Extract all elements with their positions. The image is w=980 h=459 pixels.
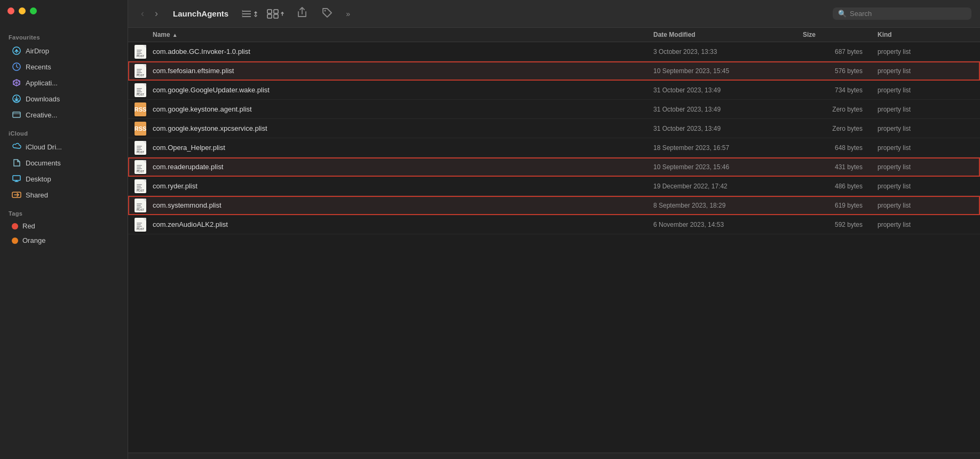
main-content: ‹ › LaunchAgents xyxy=(128,0,980,459)
file-date: 18 September 2023, 16:57 xyxy=(649,144,799,152)
favourites-section-header: Favourites xyxy=(0,27,128,43)
file-icon: PLIST xyxy=(128,179,153,193)
rss-icon: RSS xyxy=(135,102,146,116)
column-headers: Name ▲ Date Modified Size Kind xyxy=(128,28,980,42)
svg-rect-7 xyxy=(13,176,20,180)
file-icon: PLIST xyxy=(128,160,153,174)
icloud-drive-icon xyxy=(12,142,21,152)
table-row[interactable]: PLIST com.readerupdate.plist10 September… xyxy=(128,157,980,177)
svg-rect-15 xyxy=(267,10,272,13)
file-date: 31 October 2023, 13:49 xyxy=(649,86,799,94)
sidebar-item-shared-label: Shared xyxy=(26,191,48,199)
col-header-date[interactable]: Date Modified xyxy=(649,31,799,38)
plist-icon: PLIST xyxy=(135,160,146,174)
file-name: com.readerupdate.plist xyxy=(153,163,649,171)
file-date: 10 September 2023, 15:45 xyxy=(649,67,799,75)
file-icon: PLIST xyxy=(128,64,153,78)
file-name: com.fsefosian.eftsime.plist xyxy=(153,67,649,75)
col-header-size[interactable]: Size xyxy=(799,31,873,38)
minimize-button[interactable] xyxy=(19,7,26,14)
creative-icon xyxy=(12,110,21,120)
file-name: com.google.keystone.agent.plist xyxy=(153,105,649,113)
more-button[interactable]: » xyxy=(342,6,354,21)
sidebar-item-creative-label: Creative... xyxy=(26,111,57,119)
window-controls xyxy=(7,7,37,14)
col-header-kind[interactable]: Kind xyxy=(873,31,980,38)
table-row[interactable]: PLIST com.google.GoogleUpdater.wake.plis… xyxy=(128,81,980,100)
search-bar[interactable]: 🔍 xyxy=(833,7,971,20)
file-kind: property list xyxy=(873,67,980,75)
sidebar-item-downloads[interactable]: Downloads xyxy=(3,91,124,106)
sidebar-item-applications[interactable]: Applicati... xyxy=(3,75,124,90)
close-button[interactable] xyxy=(7,7,14,14)
sidebar-item-tag-red[interactable]: Red xyxy=(3,219,124,233)
sidebar-item-airdrop[interactable]: AirDrop xyxy=(3,43,124,58)
bottom-scrollbar xyxy=(128,453,980,459)
file-kind: property list xyxy=(873,163,980,171)
table-row[interactable]: PLIST com.systemmond.plist8 September 20… xyxy=(128,196,980,215)
file-date: 31 October 2023, 13:49 xyxy=(649,106,799,113)
file-list: PLIST com.adobe.GC.Invoker-1.0.plist3 Oc… xyxy=(128,42,980,453)
sidebar-item-recents[interactable]: Recents xyxy=(3,59,124,74)
sidebar-item-shared[interactable]: Shared xyxy=(3,187,124,202)
sidebar-item-icloud-drive[interactable]: iCloud Dri... xyxy=(3,139,124,154)
file-size: 431 bytes xyxy=(799,163,873,171)
table-row[interactable]: RSScom.google.keystone.xpcservice.plist3… xyxy=(128,119,980,138)
svg-rect-18 xyxy=(274,14,278,18)
list-view-button[interactable] xyxy=(239,7,260,20)
table-row[interactable]: PLIST com.fsefosian.eftsime.plist10 Sept… xyxy=(128,61,980,81)
maximize-button[interactable] xyxy=(30,7,37,14)
file-date: 6 November 2023, 14:53 xyxy=(649,221,799,228)
table-row[interactable]: RSScom.google.keystone.agent.plist31 Oct… xyxy=(128,100,980,119)
file-name: com.google.GoogleUpdater.wake.plist xyxy=(153,86,649,94)
table-row[interactable]: PLIST com.zenAudioALK2.plist6 November 2… xyxy=(128,215,980,234)
file-icon: PLIST xyxy=(128,218,153,232)
svg-rect-16 xyxy=(274,10,278,13)
table-row[interactable]: PLIST com.adobe.GC.Invoker-1.0.plist3 Oc… xyxy=(128,42,980,61)
sidebar-item-desktop-label: Desktop xyxy=(26,175,51,183)
file-date: 8 September 2023, 18:29 xyxy=(649,202,799,209)
sidebar-item-tag-orange[interactable]: Orange xyxy=(3,234,124,247)
file-kind: property list xyxy=(873,48,980,56)
col-header-name[interactable]: Name ▲ xyxy=(128,31,649,38)
file-name: com.google.keystone.xpcservice.plist xyxy=(153,124,649,132)
file-kind: property list xyxy=(873,221,980,228)
file-kind: property list xyxy=(873,202,980,209)
sidebar-item-creative[interactable]: Creative... xyxy=(3,107,124,122)
sidebar-item-tag-orange-label: Orange xyxy=(22,236,45,244)
plist-icon: PLIST xyxy=(135,179,146,193)
plist-icon: PLIST xyxy=(135,64,146,78)
plist-icon: PLIST xyxy=(135,199,146,212)
plist-icon: PLIST xyxy=(135,141,146,155)
downloads-icon xyxy=(12,94,21,104)
file-size: 687 bytes xyxy=(799,48,873,56)
sidebar-item-airdrop-label: AirDrop xyxy=(26,47,49,55)
sidebar-item-icloud-drive-label: iCloud Dri... xyxy=(26,143,62,151)
table-row[interactable]: PLIST com.Opera_Helper.plist18 September… xyxy=(128,138,980,157)
sidebar-item-desktop[interactable]: Desktop xyxy=(3,171,124,186)
table-row[interactable]: PLIST com.ryder.plist19 December 2022, 1… xyxy=(128,177,980,196)
file-size: 576 bytes xyxy=(799,67,873,75)
grid-view-button[interactable] xyxy=(265,7,287,21)
svg-rect-17 xyxy=(267,14,272,18)
sidebar-item-applications-label: Applicati... xyxy=(26,79,58,87)
tag-button[interactable] xyxy=(317,5,336,22)
sidebar: Favourites AirDrop Recents Applicat xyxy=(0,0,128,459)
back-button[interactable]: ‹ xyxy=(137,6,148,21)
file-kind: property list xyxy=(873,125,980,132)
file-icon: RSS xyxy=(128,102,153,116)
search-input[interactable] xyxy=(850,10,957,18)
file-name: com.systemmond.plist xyxy=(153,201,649,209)
red-tag-dot xyxy=(12,223,18,230)
share-button[interactable] xyxy=(293,4,312,23)
file-date: 19 December 2022, 17:42 xyxy=(649,183,799,190)
rss-icon: RSS xyxy=(135,122,146,136)
file-size: Zero bytes xyxy=(799,106,873,113)
file-size: 592 bytes xyxy=(799,221,873,228)
file-icon: PLIST xyxy=(128,199,153,212)
sidebar-item-documents-label: Documents xyxy=(26,159,61,167)
airdrop-icon xyxy=(12,46,21,56)
svg-point-20 xyxy=(325,10,326,12)
sidebar-item-documents[interactable]: Documents xyxy=(3,155,124,170)
forward-button[interactable]: › xyxy=(151,6,162,21)
